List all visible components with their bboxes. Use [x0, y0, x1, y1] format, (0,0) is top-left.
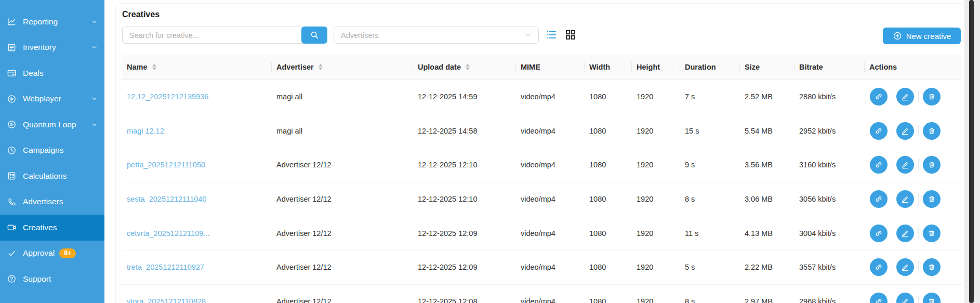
action-divider	[892, 125, 892, 137]
copy-link-button[interactable]	[870, 225, 888, 242]
link-icon	[874, 297, 883, 303]
edit-button[interactable]	[896, 293, 914, 303]
column-header-label: Size	[745, 63, 760, 71]
cell-size: 4.13 MB	[739, 229, 794, 238]
delete-button[interactable]	[923, 156, 941, 174]
sidebar-item-label: Webplayer	[23, 94, 61, 103]
plus-circle-icon	[893, 31, 902, 41]
new-creative-button[interactable]: New creative	[883, 28, 961, 44]
cell-mime: video/mp4	[515, 195, 584, 203]
sidebar-item-quantum-loop[interactable]: Quantum Loop	[0, 112, 104, 138]
table-row: petta_20251212111050Advertiser 12/1212-1…	[122, 148, 962, 182]
edit-pencil-icon	[900, 194, 910, 204]
cell-height: 1920	[631, 127, 680, 135]
edit-pencil-icon	[900, 126, 910, 136]
search-button[interactable]	[301, 27, 327, 44]
cell-duration: 8 s	[680, 297, 739, 303]
creative-name-link[interactable]: cetvrta_202512121109...	[122, 229, 271, 238]
sort-arrows-icon	[319, 64, 323, 70]
search-icon	[310, 30, 320, 40]
play-circle-icon	[7, 94, 17, 104]
link-icon	[874, 194, 883, 204]
sidebar-item-approval[interactable]: Approval9+	[0, 241, 104, 267]
grid-view-button[interactable]	[564, 29, 577, 41]
cell-bitrate: 2952 kbit/s	[794, 127, 864, 135]
trash-icon	[927, 297, 936, 303]
cell-height: 1920	[631, 93, 680, 101]
cell-upload_date: 12-12-2025 12:08	[413, 297, 515, 303]
copy-link-button[interactable]	[870, 122, 888, 140]
cell-duration: 15 s	[680, 127, 739, 135]
edit-button[interactable]	[896, 156, 914, 174]
delete-button[interactable]	[923, 88, 941, 106]
edit-button[interactable]	[896, 122, 914, 140]
cell-width: 1080	[584, 93, 631, 101]
copy-link-button[interactable]	[870, 190, 888, 208]
sidebar-item-reporting[interactable]: Reporting	[0, 9, 104, 35]
copy-link-button[interactable]	[870, 258, 888, 276]
sidebar-item-calculations[interactable]: Calculations	[0, 163, 104, 189]
creative-name-link[interactable]: sesta_20251212111040	[122, 195, 271, 203]
delete-button[interactable]	[923, 225, 941, 242]
sidebar-item-deals[interactable]: Deals	[0, 60, 104, 86]
action-divider	[918, 261, 919, 273]
advertisers-select[interactable]: Advertisers	[334, 27, 539, 44]
column-header-duration: Duration	[680, 55, 739, 80]
creative-name-link[interactable]: magi 12.12	[122, 127, 271, 135]
edit-pencil-icon	[900, 297, 910, 303]
cell-width: 1080	[584, 127, 631, 135]
sidebar-item-label: Reporting	[23, 17, 58, 27]
chevron-down-icon	[91, 18, 98, 25]
cell-height: 1920	[631, 195, 680, 203]
creative-name-link[interactable]: vtora_20251212110828	[122, 297, 271, 303]
sidebar-item-creatives[interactable]: Creatives	[0, 215, 104, 241]
column-header-advertiser[interactable]: Advertiser	[271, 55, 413, 80]
delete-button[interactable]	[923, 190, 941, 208]
cell-height: 1920	[631, 229, 680, 238]
column-header-mime: MIME	[515, 55, 584, 80]
edit-button[interactable]	[896, 258, 914, 276]
action-divider	[918, 296, 919, 303]
action-divider	[892, 159, 892, 170]
copy-link-button[interactable]	[870, 293, 888, 303]
action-divider	[918, 193, 919, 205]
sidebar-item-support[interactable]: Support	[0, 266, 104, 292]
column-header-size: Size	[739, 55, 794, 80]
table-row: 12.12_20251212135936magi all12-12-2025 1…	[122, 80, 962, 114]
table-body: 12.12_20251212135936magi all12-12-2025 1…	[122, 80, 962, 303]
cell-advertiser: magi all	[271, 93, 413, 101]
creative-name-link[interactable]: 12.12_20251212135936	[122, 93, 271, 101]
question-circle-icon	[7, 274, 17, 284]
list-view-button[interactable]	[545, 29, 558, 41]
action-divider	[892, 296, 892, 303]
creative-name-link[interactable]: petta_20251212111050	[122, 161, 271, 169]
edit-pencil-icon	[900, 229, 910, 238]
edit-button[interactable]	[896, 88, 914, 106]
copy-link-button[interactable]	[870, 88, 888, 106]
sidebar-item-label: Creatives	[23, 223, 57, 232]
column-header-name[interactable]: Name	[122, 55, 271, 80]
table-row: magi 12.12magi all12-12-2025 14:58video/…	[122, 114, 962, 149]
scrollbar-track	[964, 0, 980, 303]
sidebar-item-webplayer[interactable]: Webplayer	[0, 86, 104, 112]
creative-name-link[interactable]: treta_20251212110927	[122, 263, 271, 271]
chart-line-icon	[7, 17, 17, 27]
cell-bitrate: 3056 kbit/s	[794, 195, 864, 203]
sidebar-item-inventory[interactable]: Inventory	[0, 35, 104, 61]
action-divider	[892, 228, 892, 239]
scrollbar-thumb[interactable]	[969, 0, 974, 303]
copy-link-button[interactable]	[870, 156, 888, 174]
sidebar-item-label: Approval	[23, 248, 55, 258]
search-input[interactable]	[122, 27, 304, 44]
sidebar-item-advertisers[interactable]: Advertisers	[0, 189, 104, 215]
chevron-down-icon	[524, 32, 532, 39]
delete-button[interactable]	[923, 122, 941, 140]
action-divider	[918, 125, 919, 137]
edit-button[interactable]	[896, 225, 914, 242]
sidebar-item-campaigns[interactable]: Campaigns	[0, 138, 104, 164]
edit-button[interactable]	[896, 190, 914, 208]
delete-button[interactable]	[923, 293, 941, 303]
cell-width: 1080	[584, 297, 631, 303]
delete-button[interactable]	[923, 258, 941, 276]
column-header-upload-date[interactable]: Upload date	[413, 55, 515, 80]
